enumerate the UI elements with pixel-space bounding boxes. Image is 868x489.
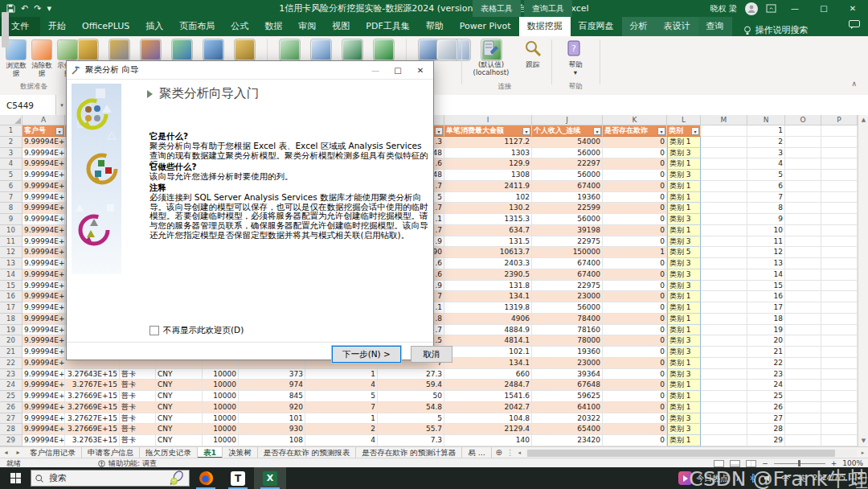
col-header-N[interactable]: N [747, 115, 785, 125]
sheet-tab-申请客户信息[interactable]: 申请客户信息 [82, 447, 140, 458]
cell-L6[interactable]: 类别 1 [667, 181, 701, 192]
cell-L5[interactable]: 类别 3 [667, 170, 701, 181]
cell-A3[interactable]: 9.99994E+11 [23, 148, 65, 159]
user-avatar[interactable] [745, 2, 758, 15]
cell-O4[interactable] [785, 158, 821, 170]
cell-B28[interactable]: 3.27669E+15 [65, 424, 120, 435]
cell-O16[interactable] [785, 291, 821, 302]
cell-N8[interactable]: 8 [747, 203, 785, 214]
row-header-4[interactable]: 4 [0, 158, 23, 170]
cell-I28[interactable]: 2129.4 [444, 424, 532, 435]
cell-L18[interactable]: 类别 1 [667, 314, 701, 325]
cell-I5[interactable]: 1308 [444, 170, 532, 181]
sheet-tab-是否存在欺诈 的预测计算器[interactable]: 是否存在欺诈 的预测计算器 [356, 447, 462, 458]
cell-J12[interactable]: 150000 [532, 247, 603, 258]
sheet-tab-决策树[interactable]: 决策树 [223, 447, 258, 458]
cell-N4[interactable]: 4 [747, 158, 785, 170]
row-header-22[interactable]: 22 [0, 358, 23, 369]
cell-M20[interactable] [701, 335, 747, 347]
cell-A23[interactable]: 9.99994E+11 [23, 369, 65, 380]
cell-L24[interactable]: 类别 1 [667, 380, 701, 391]
cell-J20[interactable]: 78000 [532, 335, 603, 347]
cell-B24[interactable]: 3.2767E+15 [65, 380, 120, 391]
cell-A10[interactable]: 9.99994E+11 [23, 225, 65, 236]
cell-P26[interactable] [821, 402, 858, 413]
cell-J22[interactable]: 23000 [532, 358, 603, 369]
col-header-J[interactable]: J [532, 115, 603, 125]
cell-L4[interactable]: 类别 1 [667, 158, 701, 170]
scroll-left-icon[interactable]: ◂ [514, 448, 525, 458]
cell-P17[interactable] [821, 302, 858, 314]
cell-A28[interactable]: 9.99994E+11 [23, 424, 65, 435]
cell-D23[interactable]: CNY [156, 369, 203, 380]
row-header-23[interactable]: 23 [0, 369, 23, 380]
associate-icon[interactable] [171, 39, 193, 61]
cell-P28[interactable] [821, 424, 858, 435]
cell-I17[interactable]: 1319.8 [444, 302, 532, 314]
minimize-button[interactable]: — [784, 0, 805, 17]
cell-N23[interactable]: 23 [747, 369, 785, 380]
cell-I9[interactable]: 1315.3 [444, 214, 532, 225]
new-sheet-button[interactable]: ⊕ [492, 447, 506, 458]
cell-G27[interactable]: 1 [305, 413, 378, 425]
cell-J29[interactable]: 23420 [532, 435, 603, 446]
cell-O27[interactable] [785, 413, 821, 425]
sheet-nav-right-icon[interactable]: ▸ [12, 447, 24, 458]
filter-dropdown-icon[interactable]: ▾ [55, 127, 63, 135]
cell-I8[interactable]: 130.2 [444, 203, 532, 214]
cell-K16[interactable]: 0 [603, 291, 667, 302]
cell-A18[interactable]: 9.99994E+11 [23, 314, 65, 325]
cell-P12[interactable] [821, 247, 858, 258]
sheet-tab-客户信用记录[interactable]: 客户信用记录 [24, 447, 82, 458]
clear-data-button[interactable]: 清除数据 [29, 39, 55, 77]
cell-P14[interactable] [821, 269, 858, 281]
cell-G26[interactable]: 7 [305, 402, 378, 413]
cell-A29[interactable]: 9.99994E+11 [23, 435, 65, 446]
row-header-3[interactable]: 3 [0, 148, 23, 159]
scroll-up-icon[interactable]: ▲ [858, 115, 868, 125]
cell-C26[interactable]: 普卡 [120, 402, 156, 413]
cell-G25[interactable]: 5 [305, 391, 378, 402]
row-header-2[interactable]: 2 [0, 137, 23, 148]
restore-button[interactable]: □ [813, 0, 834, 17]
cell-D25[interactable]: CNY [156, 391, 203, 402]
cell-H24[interactable]: 59.4 [378, 380, 444, 391]
zoom-slider[interactable] [774, 463, 825, 464]
filter-dropdown-icon[interactable]: ▾ [435, 127, 443, 135]
cell-L22[interactable]: 类别 1 [667, 358, 701, 369]
cell-L9[interactable]: 类别 3 [667, 214, 701, 225]
scroll-right-icon[interactable]: ▸ [858, 448, 868, 458]
sheet-tab-是否存在欺诈 的预测报表[interactable]: 是否存在欺诈 的预测报表 [258, 447, 357, 458]
tab-splitter[interactable]: ⋮ [506, 447, 514, 458]
cell-N17[interactable]: 17 [747, 302, 785, 314]
cell-M27[interactable] [701, 413, 747, 425]
cell-O14[interactable] [785, 269, 821, 281]
cell-P25[interactable] [821, 391, 858, 402]
cell-J1[interactable]: 个人收入_连续▾ [532, 125, 603, 137]
cell-P10[interactable] [821, 225, 858, 236]
cell-I27[interactable]: 104.8 [444, 413, 532, 425]
row-header-11[interactable]: 11 [0, 236, 23, 248]
vertical-scroll-thumb[interactable] [2, 12, 9, 47]
cell-J6[interactable]: 67400 [532, 181, 603, 192]
cell-A13[interactable]: 9.99994E+11 [23, 258, 65, 269]
cell-L14[interactable]: 类别 3 [667, 269, 701, 281]
cell-I24[interactable]: 2484.7 [444, 380, 532, 391]
col-header-L[interactable]: L [667, 115, 701, 125]
cell-L15[interactable]: 类别 3 [667, 281, 701, 292]
cell-N26[interactable]: 26 [747, 402, 785, 413]
row-header-12[interactable]: 12 [0, 247, 23, 258]
cell-M15[interactable] [701, 281, 747, 292]
advanced-icon[interactable] [234, 39, 256, 61]
cell-J5[interactable]: 56000 [532, 170, 603, 181]
cell-C23[interactable]: 普卡 [120, 369, 156, 380]
row-header-16[interactable]: 16 [0, 291, 23, 302]
cell-B25[interactable]: 3.27669E+15 [65, 391, 120, 402]
cell-O7[interactable] [785, 192, 821, 203]
name-box[interactable]: C5449 [0, 95, 56, 115]
cell-P22[interactable] [821, 358, 858, 369]
ribbon-tab-PDF工具集[interactable]: PDF工具集 [358, 17, 417, 36]
cross-validation-icon[interactable] [373, 39, 395, 61]
cell-O1[interactable] [785, 125, 821, 137]
cell-I29[interactable]: 140 [444, 435, 532, 446]
